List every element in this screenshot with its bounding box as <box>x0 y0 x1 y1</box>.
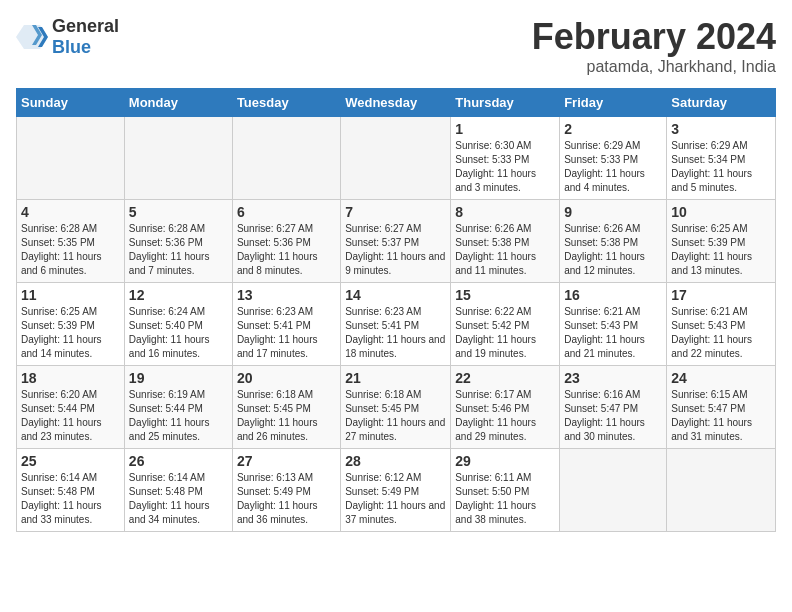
day-info: Sunrise: 6:16 AM Sunset: 5:47 PM Dayligh… <box>564 388 662 444</box>
day-number: 6 <box>237 204 336 220</box>
day-cell: 15Sunrise: 6:22 AM Sunset: 5:42 PM Dayli… <box>451 283 560 366</box>
day-cell: 7Sunrise: 6:27 AM Sunset: 5:37 PM Daylig… <box>341 200 451 283</box>
day-cell: 24Sunrise: 6:15 AM Sunset: 5:47 PM Dayli… <box>667 366 776 449</box>
day-cell: 27Sunrise: 6:13 AM Sunset: 5:49 PM Dayli… <box>232 449 340 532</box>
svg-marker-0 <box>16 25 48 49</box>
day-info: Sunrise: 6:14 AM Sunset: 5:48 PM Dayligh… <box>21 471 120 527</box>
day-cell <box>667 449 776 532</box>
day-number: 22 <box>455 370 555 386</box>
day-cell <box>17 117 125 200</box>
day-info: Sunrise: 6:14 AM Sunset: 5:48 PM Dayligh… <box>129 471 228 527</box>
day-info: Sunrise: 6:17 AM Sunset: 5:46 PM Dayligh… <box>455 388 555 444</box>
day-cell <box>124 117 232 200</box>
day-cell <box>232 117 340 200</box>
day-number: 27 <box>237 453 336 469</box>
day-number: 21 <box>345 370 446 386</box>
day-number: 26 <box>129 453 228 469</box>
day-cell: 5Sunrise: 6:28 AM Sunset: 5:36 PM Daylig… <box>124 200 232 283</box>
day-info: Sunrise: 6:19 AM Sunset: 5:44 PM Dayligh… <box>129 388 228 444</box>
day-number: 3 <box>671 121 771 137</box>
day-number: 18 <box>21 370 120 386</box>
day-info: Sunrise: 6:28 AM Sunset: 5:35 PM Dayligh… <box>21 222 120 278</box>
day-info: Sunrise: 6:18 AM Sunset: 5:45 PM Dayligh… <box>345 388 446 444</box>
day-cell: 12Sunrise: 6:24 AM Sunset: 5:40 PM Dayli… <box>124 283 232 366</box>
day-cell: 18Sunrise: 6:20 AM Sunset: 5:44 PM Dayli… <box>17 366 125 449</box>
logo-text: General Blue <box>52 16 119 58</box>
day-number: 4 <box>21 204 120 220</box>
day-info: Sunrise: 6:30 AM Sunset: 5:33 PM Dayligh… <box>455 139 555 195</box>
day-number: 8 <box>455 204 555 220</box>
day-number: 13 <box>237 287 336 303</box>
week-row-1: 1Sunrise: 6:30 AM Sunset: 5:33 PM Daylig… <box>17 117 776 200</box>
day-number: 2 <box>564 121 662 137</box>
day-info: Sunrise: 6:27 AM Sunset: 5:36 PM Dayligh… <box>237 222 336 278</box>
day-cell: 11Sunrise: 6:25 AM Sunset: 5:39 PM Dayli… <box>17 283 125 366</box>
day-cell: 6Sunrise: 6:27 AM Sunset: 5:36 PM Daylig… <box>232 200 340 283</box>
calendar-table: SundayMondayTuesdayWednesdayThursdayFrid… <box>16 88 776 532</box>
day-cell <box>560 449 667 532</box>
day-info: Sunrise: 6:20 AM Sunset: 5:44 PM Dayligh… <box>21 388 120 444</box>
day-cell: 1Sunrise: 6:30 AM Sunset: 5:33 PM Daylig… <box>451 117 560 200</box>
day-info: Sunrise: 6:13 AM Sunset: 5:49 PM Dayligh… <box>237 471 336 527</box>
week-row-4: 18Sunrise: 6:20 AM Sunset: 5:44 PM Dayli… <box>17 366 776 449</box>
column-header-saturday: Saturday <box>667 89 776 117</box>
day-cell: 22Sunrise: 6:17 AM Sunset: 5:46 PM Dayli… <box>451 366 560 449</box>
day-cell <box>341 117 451 200</box>
day-cell: 16Sunrise: 6:21 AM Sunset: 5:43 PM Dayli… <box>560 283 667 366</box>
day-number: 15 <box>455 287 555 303</box>
day-cell: 8Sunrise: 6:26 AM Sunset: 5:38 PM Daylig… <box>451 200 560 283</box>
logo-blue: Blue <box>52 37 91 57</box>
logo-icon <box>16 23 48 51</box>
day-info: Sunrise: 6:15 AM Sunset: 5:47 PM Dayligh… <box>671 388 771 444</box>
day-number: 10 <box>671 204 771 220</box>
logo-general: General <box>52 16 119 36</box>
day-number: 19 <box>129 370 228 386</box>
day-cell: 10Sunrise: 6:25 AM Sunset: 5:39 PM Dayli… <box>667 200 776 283</box>
day-number: 12 <box>129 287 228 303</box>
day-number: 9 <box>564 204 662 220</box>
column-header-monday: Monday <box>124 89 232 117</box>
day-cell: 19Sunrise: 6:19 AM Sunset: 5:44 PM Dayli… <box>124 366 232 449</box>
subtitle: patamda, Jharkhand, India <box>532 58 776 76</box>
day-cell: 13Sunrise: 6:23 AM Sunset: 5:41 PM Dayli… <box>232 283 340 366</box>
day-number: 24 <box>671 370 771 386</box>
day-cell: 4Sunrise: 6:28 AM Sunset: 5:35 PM Daylig… <box>17 200 125 283</box>
day-cell: 3Sunrise: 6:29 AM Sunset: 5:34 PM Daylig… <box>667 117 776 200</box>
day-info: Sunrise: 6:25 AM Sunset: 5:39 PM Dayligh… <box>21 305 120 361</box>
day-cell: 23Sunrise: 6:16 AM Sunset: 5:47 PM Dayli… <box>560 366 667 449</box>
day-number: 7 <box>345 204 446 220</box>
day-info: Sunrise: 6:25 AM Sunset: 5:39 PM Dayligh… <box>671 222 771 278</box>
day-number: 28 <box>345 453 446 469</box>
day-number: 17 <box>671 287 771 303</box>
main-title: February 2024 <box>532 16 776 58</box>
day-info: Sunrise: 6:23 AM Sunset: 5:41 PM Dayligh… <box>237 305 336 361</box>
day-cell: 28Sunrise: 6:12 AM Sunset: 5:49 PM Dayli… <box>341 449 451 532</box>
day-number: 25 <box>21 453 120 469</box>
day-number: 29 <box>455 453 555 469</box>
day-info: Sunrise: 6:26 AM Sunset: 5:38 PM Dayligh… <box>455 222 555 278</box>
day-cell: 14Sunrise: 6:23 AM Sunset: 5:41 PM Dayli… <box>341 283 451 366</box>
day-info: Sunrise: 6:29 AM Sunset: 5:34 PM Dayligh… <box>671 139 771 195</box>
header: General Blue February 2024 patamda, Jhar… <box>16 16 776 76</box>
day-number: 1 <box>455 121 555 137</box>
day-info: Sunrise: 6:24 AM Sunset: 5:40 PM Dayligh… <box>129 305 228 361</box>
day-cell: 17Sunrise: 6:21 AM Sunset: 5:43 PM Dayli… <box>667 283 776 366</box>
column-header-wednesday: Wednesday <box>341 89 451 117</box>
day-info: Sunrise: 6:12 AM Sunset: 5:49 PM Dayligh… <box>345 471 446 527</box>
day-info: Sunrise: 6:11 AM Sunset: 5:50 PM Dayligh… <box>455 471 555 527</box>
day-cell: 2Sunrise: 6:29 AM Sunset: 5:33 PM Daylig… <box>560 117 667 200</box>
day-info: Sunrise: 6:22 AM Sunset: 5:42 PM Dayligh… <box>455 305 555 361</box>
column-header-friday: Friday <box>560 89 667 117</box>
day-info: Sunrise: 6:29 AM Sunset: 5:33 PM Dayligh… <box>564 139 662 195</box>
day-info: Sunrise: 6:28 AM Sunset: 5:36 PM Dayligh… <box>129 222 228 278</box>
day-info: Sunrise: 6:21 AM Sunset: 5:43 PM Dayligh… <box>671 305 771 361</box>
day-number: 11 <box>21 287 120 303</box>
title-section: February 2024 patamda, Jharkhand, India <box>532 16 776 76</box>
day-number: 23 <box>564 370 662 386</box>
day-cell: 21Sunrise: 6:18 AM Sunset: 5:45 PM Dayli… <box>341 366 451 449</box>
day-cell: 9Sunrise: 6:26 AM Sunset: 5:38 PM Daylig… <box>560 200 667 283</box>
column-header-thursday: Thursday <box>451 89 560 117</box>
day-info: Sunrise: 6:21 AM Sunset: 5:43 PM Dayligh… <box>564 305 662 361</box>
day-number: 20 <box>237 370 336 386</box>
day-number: 5 <box>129 204 228 220</box>
